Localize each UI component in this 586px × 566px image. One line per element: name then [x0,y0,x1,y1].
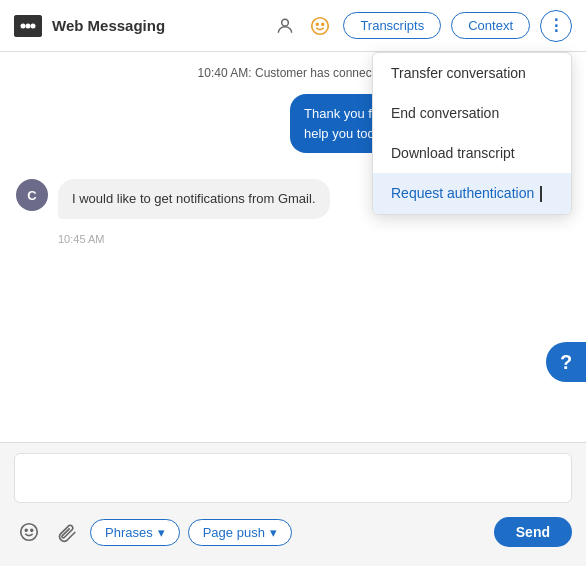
chevron-down-icon: ▾ [158,525,165,540]
header-title: Web Messaging [52,17,273,34]
dropdown-item-transfer[interactable]: Transfer conversation [373,53,571,93]
more-options-button[interactable]: ⋮ [540,10,572,42]
dropdown-item-auth[interactable]: Request authentication [373,173,571,214]
svg-point-6 [317,23,319,25]
svg-point-7 [322,23,324,25]
phrases-button[interactable]: Phrases ▾ [90,519,180,546]
page-push-button[interactable]: Page push ▾ [188,519,292,546]
context-button[interactable]: Context [451,12,530,39]
dropdown-item-download[interactable]: Download transcript [373,133,571,173]
svg-point-5 [312,17,329,34]
chevron-down-icon: ▾ [270,525,277,540]
header-actions: Transcripts Context ⋮ [273,10,572,42]
customer-timestamp: 10:45 AM [58,233,104,245]
emoji-toolbar-button[interactable] [14,519,44,545]
customer-bubble-wrap: I would like to get notifications from G… [58,179,330,219]
user-icon-button[interactable] [273,14,297,38]
emoji-icon-button[interactable] [307,13,333,39]
help-button[interactable]: ? [546,342,586,382]
web-messaging-icon [14,15,42,37]
svg-point-2 [26,23,31,28]
dropdown-menu: Transfer conversation End conversation D… [372,52,572,215]
customer-bubble: I would like to get notifications from G… [58,179,330,219]
attachment-button[interactable] [52,519,82,545]
chat-header: Web Messaging Transcripts Context ⋮ [0,0,586,52]
customer-avatar: C [16,179,48,211]
dropdown-item-end[interactable]: End conversation [373,93,571,133]
transcripts-button[interactable]: Transcripts [343,12,441,39]
three-dot-icon: ⋮ [548,16,564,35]
toolbar: Phrases ▾ Page push ▾ Send [14,517,572,547]
svg-point-1 [21,23,26,28]
svg-point-3 [31,23,36,28]
input-area: Phrases ▾ Page push ▾ Send [0,442,586,566]
message-input[interactable] [14,453,572,503]
send-button[interactable]: Send [494,517,572,547]
svg-point-10 [31,529,33,531]
cursor-icon [540,186,550,202]
svg-point-9 [25,529,27,531]
svg-point-4 [282,19,289,26]
svg-point-8 [21,524,38,541]
